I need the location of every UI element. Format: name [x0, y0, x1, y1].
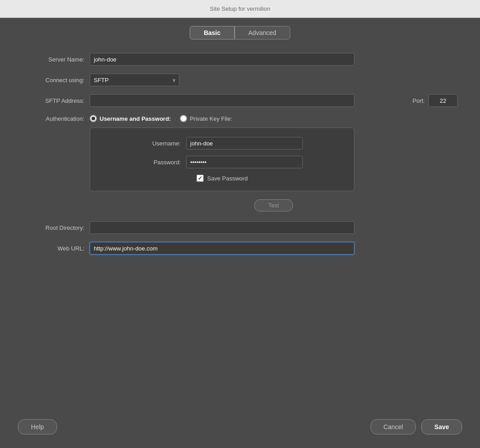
tab-basic[interactable]: Basic — [190, 26, 234, 40]
radio-username-label: Username and Password: — [100, 115, 171, 122]
dialog: Basic Advanced Server Name: Connect usin… — [0, 18, 480, 448]
port-group: Port: — [413, 94, 458, 107]
checkbox-icon — [196, 175, 204, 182]
web-url-row: Web URL: — [22, 242, 458, 255]
connect-using-row: Connect using: SFTP FTP FTPS WebDAV ∨ — [22, 74, 458, 86]
root-directory-label: Root Directory: — [22, 224, 90, 231]
username-row: Username: — [104, 137, 340, 149]
connect-using-select[interactable]: SFTP FTP FTPS WebDAV — [90, 74, 179, 86]
save-button[interactable]: Save — [421, 419, 462, 435]
test-button[interactable]: Test — [254, 199, 293, 211]
save-password-row: Save Password — [104, 175, 340, 182]
sftp-address-label: SFTP Address: — [22, 97, 90, 104]
password-row: Password: — [104, 156, 340, 168]
connect-select-wrapper: SFTP FTP FTPS WebDAV ∨ — [90, 74, 179, 86]
server-name-label: Server Name: — [22, 56, 90, 63]
password-input[interactable] — [186, 156, 303, 168]
sftp-address-input[interactable] — [90, 94, 354, 107]
port-input[interactable] — [428, 94, 458, 107]
tab-bar: Basic Advanced — [0, 18, 480, 40]
username-input[interactable] — [186, 137, 303, 149]
auth-label: Authentication: — [22, 115, 90, 122]
save-password-checkbox[interactable]: Save Password — [196, 175, 248, 182]
save-password-label: Save Password — [207, 175, 248, 182]
server-name-input[interactable] — [90, 53, 354, 66]
form-area: Server Name: Connect using: SFTP FTP FTP… — [0, 40, 480, 410]
cancel-button[interactable]: Cancel — [371, 419, 416, 435]
radio-username-icon — [90, 115, 97, 122]
radio-private-key-icon — [180, 115, 187, 122]
web-url-input[interactable] — [90, 242, 354, 255]
auth-row: Authentication: Username and Password: P… — [22, 115, 458, 122]
radio-private-key[interactable]: Private Key File: — [180, 115, 232, 122]
password-label: Password: — [141, 159, 186, 166]
tab-advanced[interactable]: Advanced — [235, 26, 290, 40]
radio-username-password[interactable]: Username and Password: — [90, 115, 171, 122]
web-url-label: Web URL: — [22, 245, 90, 252]
title-bar-text: Site Setup for vermilion — [210, 5, 270, 12]
username-label: Username: — [141, 140, 186, 147]
sftp-address-row: SFTP Address: Port: — [22, 94, 458, 107]
help-button[interactable]: Help — [18, 419, 57, 435]
port-label: Port: — [413, 97, 425, 104]
test-button-row: Test — [90, 199, 458, 211]
cancel-save-group: Cancel Save — [371, 419, 462, 435]
bottom-buttons: Help Cancel Save — [0, 410, 480, 448]
title-bar: Site Setup for vermilion — [0, 0, 480, 18]
auth-box: Username: Password: Save Password — [90, 127, 354, 191]
root-directory-row: Root Directory: — [22, 221, 458, 234]
connect-using-label: Connect using: — [22, 77, 90, 83]
radio-private-key-label: Private Key File: — [190, 115, 232, 122]
auth-options: Username and Password: Private Key File: — [90, 115, 232, 122]
root-directory-input[interactable] — [90, 221, 354, 234]
server-name-row: Server Name: — [22, 53, 458, 66]
